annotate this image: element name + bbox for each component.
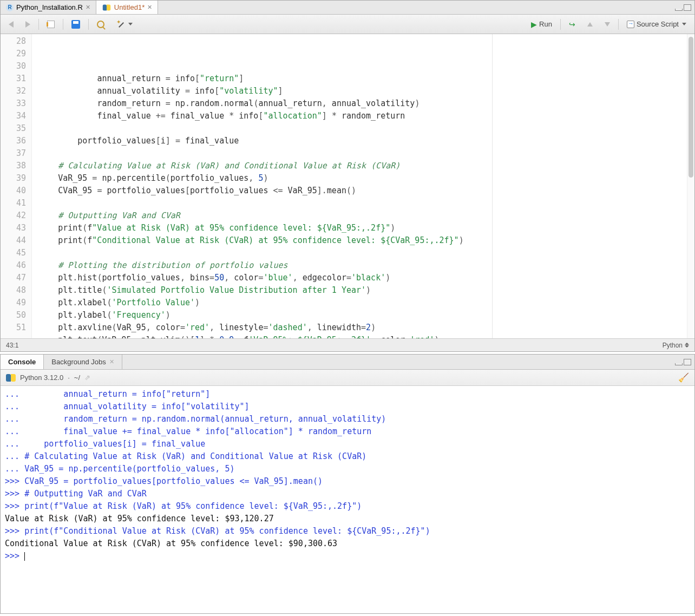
source-label: Source Script [637,20,679,28]
section-down-button[interactable] [601,21,614,28]
rerun-icon: ↪ [569,20,575,29]
editor-statusbar: 43:1 Python [1,338,694,351]
save-button[interactable] [68,18,84,30]
find-replace-button[interactable] [93,19,108,30]
margin-guide [492,34,493,338]
nav-back-button[interactable] [5,19,17,29]
updown-caret-icon [685,343,689,348]
code-content[interactable]: annual_return = info["return"] annual_vo… [32,34,694,338]
dot-separator: · [68,373,70,382]
run-label: Run [539,20,552,28]
search-icon [97,21,104,28]
editor-pane: R Python_Installation.R ✕ Untitled1* ✕ ▶… [0,0,695,352]
code-editor[interactable]: 2829303132333435363738394041424344454647… [1,34,694,338]
separator [560,19,561,30]
source-script-button[interactable]: Source Script [623,18,690,30]
editor-tabbar: R Python_Installation.R ✕ Untitled1* ✕ [1,1,694,15]
maximize-pane-icon[interactable] [684,4,691,11]
tab-console[interactable]: Console [1,355,44,369]
tab-label: Console [8,358,36,366]
wand-icon [116,20,125,29]
console-pane: Console Background Jobs ✕ Python 3.12.0 … [0,354,695,614]
tab-label: Untitled1* [114,3,145,11]
code-tools-button[interactable] [113,18,136,30]
maximize-pane-icon[interactable] [684,359,691,365]
python-file-icon [103,3,110,11]
chevron-down-icon [128,23,133,25]
run-icon: ▶ [531,20,537,29]
show-in-new-window-button[interactable] [43,19,58,30]
section-up-button[interactable] [583,21,596,28]
arrow-right-icon [25,21,30,28]
close-icon[interactable]: ✕ [86,4,90,11]
language-label: Python [663,342,683,349]
rerun-button[interactable]: ↪ [565,18,579,30]
console-output[interactable]: ... annual_return = info["return"]... an… [1,386,694,613]
arrow-up-icon [587,22,593,27]
tab-untitled1[interactable]: Untitled1* ✕ [96,1,158,14]
cursor-position: 43:1 [6,342,18,349]
popout-icon [47,21,55,28]
working-directory[interactable]: ~/ [74,373,80,382]
tab-label: Python_Installation.R [16,3,83,11]
chevron-down-icon [682,23,686,25]
console-tabbar: Console Background Jobs ✕ [1,355,694,370]
arrow-down-icon [605,22,610,27]
minimize-pane-icon[interactable] [675,363,683,365]
save-icon [71,20,80,29]
scrollbar-thumb[interactable] [689,37,693,178]
tab-background-jobs[interactable]: Background Jobs ✕ [44,355,122,369]
pane-window-controls [675,4,694,11]
run-button[interactable]: ▶ Run [527,18,556,30]
pane-window-controls [675,359,694,365]
language-selector[interactable]: Python [663,342,689,349]
close-icon[interactable]: ✕ [147,4,152,11]
separator [88,19,89,30]
line-gutter: 2829303132333435363738394041424344454647… [1,34,32,338]
vertical-scrollbar[interactable] [687,34,694,338]
clear-console-button[interactable]: 🧹 [678,372,689,383]
share-icon[interactable]: ⇗ [84,373,90,382]
minimize-pane-icon[interactable] [675,9,683,11]
console-info-bar: Python 3.12.0 · ~/ ⇗ 🧹 [1,370,694,386]
source-icon [627,21,634,28]
arrow-left-icon [9,21,14,28]
tab-label: Background Jobs [51,358,106,366]
interpreter-label: Python 3.12.0 [20,373,63,382]
r-file-icon: R [6,4,14,11]
close-icon[interactable]: ✕ [109,358,114,365]
tab-python-installation-r[interactable]: R Python_Installation.R ✕ [1,1,96,14]
separator [38,19,39,30]
python-logo-icon [6,373,16,383]
separator [618,19,619,30]
nav-forward-button[interactable] [22,19,34,29]
separator [63,19,63,30]
editor-toolbar: ▶ Run ↪ Source Script [1,15,694,34]
